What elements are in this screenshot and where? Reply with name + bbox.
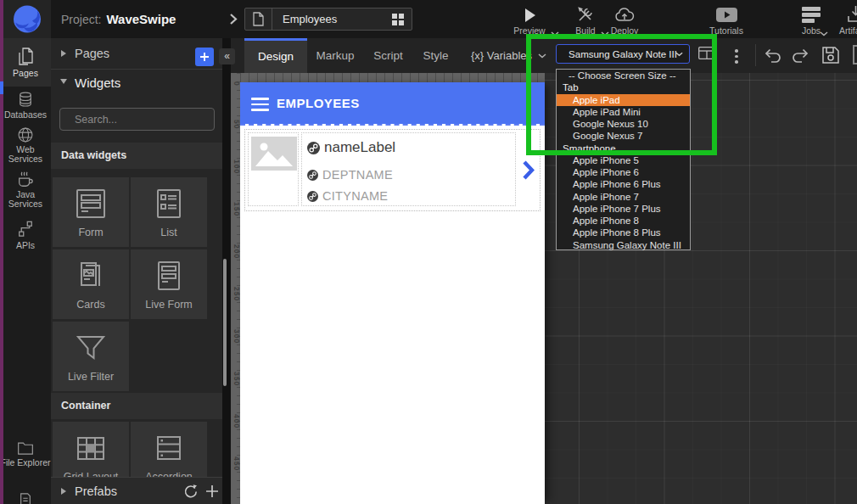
clipped-toolbar-icon[interactable] xyxy=(853,45,857,64)
image-placeholder[interactable] xyxy=(251,137,297,171)
clipped-rail-icon[interactable] xyxy=(19,493,32,504)
list-item-chevron-icon[interactable] xyxy=(522,160,535,180)
dropdown-option[interactable]: Apple iPhone 5 xyxy=(557,154,690,166)
project-title: Project:WaveSwipe xyxy=(61,0,176,38)
rail-label-pages: Pages xyxy=(0,69,51,78)
dropdown-option[interactable]: Apple iPhone 8 xyxy=(557,215,690,227)
preview-button[interactable]: Preview xyxy=(507,4,552,36)
list-icon xyxy=(152,187,186,221)
artifacts-button[interactable]: Artifacts xyxy=(832,4,857,36)
horizontal-ruler xyxy=(240,73,545,82)
deploy-cloud-icon xyxy=(614,6,635,23)
widget-tile-cards[interactable]: Cards xyxy=(53,249,129,319)
app-root: 0 50 100 150 200 250 300 350 400 450 EMP… xyxy=(0,0,857,504)
widget-tile-form[interactable]: Form xyxy=(53,177,129,247)
name-label-text: nameLabel xyxy=(324,139,395,156)
tile-label: Form xyxy=(78,227,103,238)
java-services-cup-icon xyxy=(16,171,35,188)
undo-button[interactable] xyxy=(763,46,783,64)
breadcrumb-chevron-icon xyxy=(229,13,238,25)
dropdown-option[interactable]: Apple iPhone 7 Plus xyxy=(557,203,690,215)
build-tools-icon xyxy=(577,6,594,23)
rail-label-apis: APIs xyxy=(0,241,51,250)
more-options-menu[interactable] xyxy=(735,47,738,66)
jobs-stack-icon xyxy=(802,5,821,23)
selection-dashed-line xyxy=(240,124,545,126)
collapse-panel-button[interactable]: « xyxy=(219,48,235,64)
accordion-icon xyxy=(152,431,186,465)
rail-label-java-services: Java Services xyxy=(0,190,51,209)
form-icon xyxy=(74,187,108,221)
annotation-highlight-rectangle xyxy=(526,34,717,155)
widget-search-box[interactable] xyxy=(59,108,215,131)
top-bar: Project:WaveSwipe Employees Preview Buil… xyxy=(0,0,857,38)
mobile-header[interactable]: EMPLOYEES xyxy=(240,82,545,124)
dropdown-option[interactable]: Samsung Galaxy Note III xyxy=(557,239,690,251)
bind-link-icon xyxy=(307,142,320,154)
active-rail-indicator xyxy=(0,81,3,94)
build-button[interactable]: Build xyxy=(567,4,604,36)
panel-pages-header[interactable]: Pages xyxy=(75,47,109,60)
hamburger-menu-icon[interactable] xyxy=(251,98,269,111)
name-label-widget[interactable]: nameLabel xyxy=(307,139,395,156)
prefabs-expander-icon[interactable] xyxy=(61,488,66,495)
section-container: Container xyxy=(51,393,222,419)
dropdown-option[interactable]: Apple iPhone 6 Plus xyxy=(557,178,690,190)
widgets-expander-icon[interactable] xyxy=(60,79,67,84)
bind-link-icon xyxy=(307,170,318,181)
databases-icon xyxy=(17,91,34,109)
search-input[interactable] xyxy=(73,113,213,126)
file-explorer-folder-icon xyxy=(17,440,34,456)
page-tab-employees[interactable]: Employees xyxy=(244,8,412,31)
tab-script[interactable]: Script xyxy=(363,38,413,73)
tab-design[interactable]: Design xyxy=(244,38,307,73)
web-services-globe-icon xyxy=(17,126,34,143)
left-edge-strip xyxy=(0,0,3,504)
artifacts-download-icon xyxy=(847,5,857,23)
apis-icon xyxy=(17,220,34,238)
prefabs-bar[interactable]: Prefabs xyxy=(51,477,222,504)
dropdown-option[interactable]: Apple iPhone 7 xyxy=(557,191,690,203)
tile-label: Cards xyxy=(76,299,104,311)
toolbar-divider xyxy=(755,44,756,66)
tutorials-button[interactable]: Tutorials xyxy=(706,4,747,36)
city-label-text: CITYNAME xyxy=(322,189,388,203)
tile-label: Live Filter xyxy=(68,371,114,383)
tab-style[interactable]: Style xyxy=(413,38,458,73)
logo-box[interactable] xyxy=(0,0,51,38)
grid-layout-icon xyxy=(74,431,108,465)
add-prefab-icon[interactable] xyxy=(204,484,220,499)
save-button[interactable] xyxy=(821,45,841,65)
pages-icon xyxy=(16,48,35,68)
add-page-button[interactable] xyxy=(195,48,214,66)
prefabs-header: Prefabs xyxy=(75,484,117,498)
jobs-caret-icon[interactable] xyxy=(820,31,828,36)
panel-scrollbar-thumb[interactable] xyxy=(223,259,227,386)
widget-tile-live-form[interactable]: Live Form xyxy=(131,249,207,319)
widget-tile-live-filter[interactable]: Live Filter xyxy=(53,322,129,391)
dropdown-option[interactable]: Apple iPhone 6 xyxy=(557,166,690,178)
live-form-icon xyxy=(152,259,186,293)
panel-divider xyxy=(51,69,222,70)
media-column[interactable] xyxy=(248,132,299,206)
page-icon xyxy=(245,8,272,30)
dept-label-text: DEPTNAME xyxy=(322,168,393,182)
rail-label-databases: Databases xyxy=(0,110,51,120)
dropdown-option[interactable]: Apple iPhone 8 Plus xyxy=(557,227,690,238)
widget-tile-list[interactable]: List xyxy=(131,177,207,247)
dept-label-widget[interactable]: DEPTNAME xyxy=(307,168,393,182)
play-icon xyxy=(524,8,536,23)
tab-markup[interactable]: Markup xyxy=(307,38,363,73)
refresh-prefabs-icon[interactable] xyxy=(182,484,198,499)
project-name: WaveSwipe xyxy=(106,12,176,26)
panel-widgets-header[interactable]: Widgets xyxy=(75,76,120,90)
content-column[interactable]: nameLabel DEPTNAME xyxy=(301,132,516,206)
deploy-button[interactable]: Deploy xyxy=(604,4,645,36)
redo-button[interactable] xyxy=(790,46,810,64)
city-label-widget[interactable]: CITYNAME xyxy=(307,189,388,203)
section-data-widgets: Data widgets xyxy=(51,143,222,169)
pages-expander-icon[interactable] xyxy=(61,50,66,57)
pages-grid-icon[interactable] xyxy=(392,14,404,25)
tile-label: Live Form xyxy=(145,299,193,311)
list-item-widget[interactable]: nameLabel DEPTNAME xyxy=(244,129,541,211)
